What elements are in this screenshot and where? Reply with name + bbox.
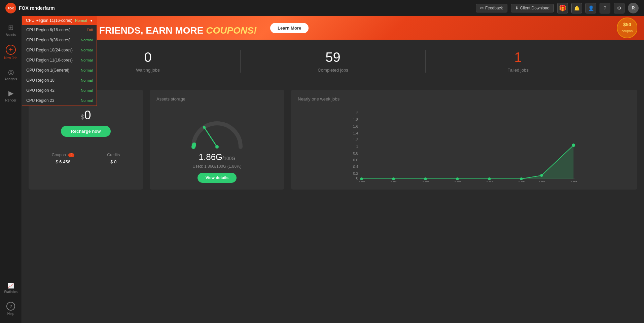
svg-text:4.21: 4.21 [390, 180, 397, 182]
svg-point-6 [215, 145, 219, 149]
credits-detail: Credits $ 0 [107, 153, 120, 164]
credits-value: $ 0 [110, 159, 116, 164]
topbar-right: ✉ Feedback ⬇ Client Download 🎁 🔔 👤 ? ⚙ R [476, 3, 639, 13]
sidebar-item-label: New Job [4, 56, 17, 60]
svg-point-24 [456, 177, 459, 180]
feedback-button[interactable]: ✉ Feedback [476, 4, 507, 12]
sidebar-item-assets[interactable]: ⊞ Assets [0, 19, 22, 41]
completed-jobs-count: 59 [325, 50, 341, 65]
svg-marker-20 [362, 145, 574, 179]
logo-icon: FOX [5, 3, 16, 13]
svg-point-27 [540, 174, 543, 177]
notifications-button[interactable]: 🔔 [571, 3, 582, 13]
svg-text:1.8: 1.8 [353, 118, 358, 122]
status-badge: Normal [81, 38, 93, 42]
sidebar-item-new-job[interactable]: + New Job [0, 41, 22, 64]
status-badge: Normal [81, 78, 93, 82]
bell-icon: 🔔 [574, 5, 580, 11]
sidebar-item-help[interactable]: ? Help [0, 298, 22, 320]
status-badge: Normal [81, 98, 93, 103]
status-badge: Normal [81, 68, 93, 72]
analysis-icon: ◎ [8, 68, 14, 76]
sidebar-item-label: Assets [6, 33, 16, 37]
dropdown-arrow-icon: ▼ [90, 19, 93, 23]
waiting-jobs-label: Waiting jobs [136, 68, 159, 73]
region-name: GPU Region 1(General) [26, 68, 69, 73]
chart-svg: 2 1.8 1.6 1.4 1.2 1 0.8 0.6 0.4 0.2 0 [298, 108, 631, 182]
gauge-amount: 1.86G/100G [199, 152, 236, 162]
server-option-2[interactable]: CPU Region 10(24-cores) Normal [22, 45, 97, 55]
gift-button[interactable]: 🎁 [557, 3, 568, 13]
svg-line-5 [204, 127, 217, 147]
failed-jobs-label: Failed jobs [507, 68, 529, 73]
chart-card: Nearly one week jobs 2 1.8 1.6 1.4 1.2 1… [291, 90, 637, 190]
render-icon: ▶ [8, 89, 13, 97]
learn-more-button[interactable]: Learn More [270, 23, 309, 33]
svg-text:0.8: 0.8 [353, 151, 358, 155]
server-option-0[interactable]: CPU Region 6(16-cores) Full [22, 25, 97, 35]
gauge-container: 1.86G/100G Used: 1.86G/100G (1.86%) View… [156, 108, 278, 183]
region-name: CPU Region 6(16-cores) [26, 28, 70, 32]
region-name: CPU Region 23 [26, 98, 54, 103]
settings-button[interactable]: ⚙ [614, 3, 624, 13]
sidebar-item-label: Help [7, 312, 14, 316]
download-icon: ⬇ [515, 6, 518, 10]
stats-row: 0 Waiting jobs 59 Completed jobs 1 Faile… [22, 40, 644, 83]
svg-point-7 [203, 126, 206, 129]
server-selected-status: Normal [75, 18, 87, 23]
server-option-4[interactable]: GPU Region 1(General) Normal [22, 65, 97, 75]
client-download-button[interactable]: ⬇ Client Download [511, 4, 554, 12]
server-selected-button[interactable]: CPU Region 11(16-cores) Normal ▼ [22, 16, 97, 25]
svg-text:1.4: 1.4 [353, 131, 358, 135]
storage-card: Assets storage 1.86G/100G Use [150, 90, 284, 190]
cards-row: Balance $0 Recharge now Coupon 2 $ 6.456… [22, 83, 644, 196]
logo-text: FOX renderfarm [19, 5, 55, 11]
svg-text:4.25: 4.25 [518, 180, 525, 182]
svg-text:0.2: 0.2 [353, 171, 358, 175]
banner-decoration: $50 coupon [597, 16, 637, 40]
main-content: CPU Region 11(16-cores) Normal ▼ CPU Reg… [22, 16, 644, 323]
chart-area: 2 1.8 1.6 1.4 1.2 1 0.8 0.6 0.4 0.2 0 [298, 108, 631, 182]
svg-point-26 [520, 177, 523, 180]
status-badge: Normal [81, 48, 93, 52]
svg-text:0: 0 [356, 176, 358, 180]
svg-text:coupon: coupon [622, 29, 633, 33]
svg-text:0.4: 0.4 [353, 165, 358, 169]
gift-icon: 🎁 [559, 4, 566, 12]
svg-text:FOX: FOX [8, 7, 14, 10]
server-option-6[interactable]: GPU Region 42 Normal [22, 85, 97, 95]
storage-card-title: Assets storage [156, 96, 278, 102]
svg-text:4.24: 4.24 [486, 180, 493, 182]
help-button[interactable]: ? [600, 3, 610, 13]
status-badge: Full [87, 28, 93, 32]
svg-text:4.23: 4.23 [454, 180, 461, 182]
server-option-5[interactable]: GPU Region 18 Normal [22, 75, 97, 85]
server-option-3[interactable]: CPU Region 11(16-cores) Normal [22, 55, 97, 65]
svg-text:1: 1 [356, 145, 358, 149]
sidebar-item-statistics[interactable]: 📈 Statistics [0, 278, 22, 298]
gauge-used-label: Used: 1.86G/100G (1.86%) [192, 164, 241, 169]
completed-jobs-stat: 59 Completed jobs [241, 50, 426, 73]
server-option-7[interactable]: CPU Region 23 Normal [22, 95, 97, 106]
sidebar-item-render[interactable]: ▶ Render [0, 85, 22, 106]
svg-text:1.2: 1.2 [353, 138, 358, 142]
region-name: CPU Region 11(16-cores) [26, 58, 73, 63]
completed-jobs-label: Completed jobs [318, 68, 348, 73]
svg-text:1.6: 1.6 [353, 124, 358, 128]
server-option-1[interactable]: CPU Region 9(36-cores) Normal [22, 35, 97, 45]
user-button[interactable]: 👤 [585, 3, 596, 13]
chart-card-title: Nearly one week jobs [298, 96, 631, 102]
recharge-button[interactable]: Recharge now [61, 126, 111, 137]
view-details-button[interactable]: View details [198, 173, 237, 183]
region-name: CPU Region 10(24-cores) [26, 48, 73, 52]
sidebar-item-analysis[interactable]: ◎ Analysis [0, 64, 22, 85]
topbar: FOX FOX renderfarm ✉ Feedback ⬇ Client D… [0, 0, 644, 16]
server-selected-name: CPU Region 11(16-cores) [26, 18, 72, 23]
region-name: GPU Region 18 [26, 78, 55, 83]
balance-amount: $0 [35, 108, 136, 122]
avatar[interactable]: R [628, 3, 639, 13]
new-job-icon: + [6, 45, 16, 55]
region-name: CPU Region 9(36-cores) [26, 38, 70, 42]
help-icon: ? [6, 302, 15, 311]
coupon-value: $ 6.456 [56, 159, 70, 164]
